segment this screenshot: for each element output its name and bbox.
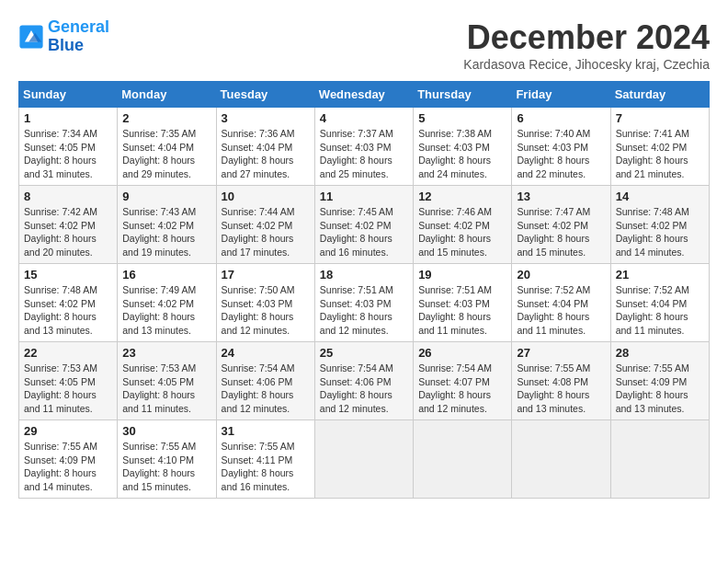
table-row: 20 Sunrise: 7:52 AMSunset: 4:04 PMDaylig… <box>512 264 610 342</box>
day-number: 14 <box>616 190 704 203</box>
table-row <box>414 420 512 499</box>
table-row: 12 Sunrise: 7:46 AMSunset: 4:02 PMDaylig… <box>414 186 512 264</box>
header-friday: Friday <box>512 82 610 108</box>
day-number: 6 <box>517 111 605 125</box>
title-block: December 2024 Kardasova Recice, Jihocesk… <box>463 18 710 72</box>
logo-text: GeneralBlue <box>48 18 109 55</box>
day-number: 31 <box>222 424 310 438</box>
day-info: Sunrise: 7:41 AMSunset: 4:02 PMDaylight:… <box>616 128 689 179</box>
table-row: 6 Sunrise: 7:40 AMSunset: 4:03 PMDayligh… <box>512 108 610 186</box>
day-number: 4 <box>320 111 408 125</box>
day-number: 24 <box>222 346 310 360</box>
day-number: 17 <box>222 268 310 282</box>
day-info: Sunrise: 7:45 AMSunset: 4:02 PMDaylight:… <box>320 206 393 258</box>
day-info: Sunrise: 7:34 AMSunset: 4:05 PMDaylight:… <box>24 128 97 179</box>
day-number: 25 <box>320 346 408 360</box>
day-info: Sunrise: 7:53 AMSunset: 4:05 PMDaylight:… <box>24 362 97 414</box>
table-row: 16 Sunrise: 7:49 AMSunset: 4:02 PMDaylig… <box>118 264 216 342</box>
table-row: 28 Sunrise: 7:55 AMSunset: 4:09 PMDaylig… <box>610 342 709 420</box>
day-info: Sunrise: 7:55 AMSunset: 4:08 PMDaylight:… <box>517 362 590 414</box>
day-number: 1 <box>24 111 112 125</box>
day-number: 5 <box>418 111 506 125</box>
day-number: 10 <box>222 190 310 203</box>
day-info: Sunrise: 7:55 AMSunset: 4:11 PMDaylight:… <box>222 441 295 492</box>
day-number: 8 <box>24 190 112 203</box>
day-info: Sunrise: 7:44 AMSunset: 4:02 PMDaylight:… <box>222 206 295 258</box>
table-row: 24 Sunrise: 7:54 AMSunset: 4:06 PMDaylig… <box>216 342 314 420</box>
calendar-table: Sunday Monday Tuesday Wednesday Thursday… <box>18 81 710 499</box>
day-info: Sunrise: 7:37 AMSunset: 4:03 PMDaylight:… <box>320 128 393 179</box>
day-info: Sunrise: 7:42 AMSunset: 4:02 PMDaylight:… <box>24 206 97 258</box>
header-monday: Monday <box>118 82 216 108</box>
day-number: 2 <box>122 111 210 125</box>
day-info: Sunrise: 7:48 AMSunset: 4:02 PMDaylight:… <box>24 284 97 336</box>
day-number: 15 <box>24 268 112 282</box>
day-info: Sunrise: 7:50 AMSunset: 4:03 PMDaylight:… <box>222 284 295 336</box>
table-row: 14 Sunrise: 7:48 AMSunset: 4:02 PMDaylig… <box>610 186 709 264</box>
table-row: 29 Sunrise: 7:55 AMSunset: 4:09 PMDaylig… <box>19 420 118 499</box>
table-row: 17 Sunrise: 7:50 AMSunset: 4:03 PMDaylig… <box>216 264 314 342</box>
table-row <box>512 420 610 499</box>
day-info: Sunrise: 7:55 AMSunset: 4:10 PMDaylight:… <box>122 441 196 492</box>
table-row: 25 Sunrise: 7:54 AMSunset: 4:06 PMDaylig… <box>314 342 413 420</box>
table-row: 8 Sunrise: 7:42 AMSunset: 4:02 PMDayligh… <box>19 186 118 264</box>
table-row <box>610 420 709 499</box>
calendar-week-row: 1 Sunrise: 7:34 AMSunset: 4:05 PMDayligh… <box>19 108 710 186</box>
day-number: 16 <box>122 268 210 282</box>
table-row: 9 Sunrise: 7:43 AMSunset: 4:02 PMDayligh… <box>118 186 216 264</box>
day-info: Sunrise: 7:46 AMSunset: 4:02 PMDaylight:… <box>418 206 492 258</box>
logo-icon <box>18 24 44 50</box>
table-row: 13 Sunrise: 7:47 AMSunset: 4:02 PMDaylig… <box>512 186 610 264</box>
calendar-week-row: 22 Sunrise: 7:53 AMSunset: 4:05 PMDaylig… <box>19 342 710 420</box>
month-year: December 2024 <box>463 18 710 57</box>
table-row: 4 Sunrise: 7:37 AMSunset: 4:03 PMDayligh… <box>314 108 413 186</box>
day-number: 9 <box>122 190 210 203</box>
table-row: 15 Sunrise: 7:48 AMSunset: 4:02 PMDaylig… <box>19 264 118 342</box>
table-row: 23 Sunrise: 7:53 AMSunset: 4:05 PMDaylig… <box>118 342 216 420</box>
calendar-week-row: 15 Sunrise: 7:48 AMSunset: 4:02 PMDaylig… <box>19 264 710 342</box>
day-number: 19 <box>418 268 506 282</box>
day-info: Sunrise: 7:51 AMSunset: 4:03 PMDaylight:… <box>418 284 492 336</box>
day-number: 23 <box>122 346 210 360</box>
table-row <box>314 420 413 499</box>
header-sunday: Sunday <box>19 82 118 108</box>
table-row: 30 Sunrise: 7:55 AMSunset: 4:10 PMDaylig… <box>118 420 216 499</box>
day-number: 28 <box>616 346 704 360</box>
day-number: 21 <box>616 268 704 282</box>
calendar-week-row: 29 Sunrise: 7:55 AMSunset: 4:09 PMDaylig… <box>19 420 710 499</box>
table-row: 27 Sunrise: 7:55 AMSunset: 4:08 PMDaylig… <box>512 342 610 420</box>
table-row: 1 Sunrise: 7:34 AMSunset: 4:05 PMDayligh… <box>19 108 118 186</box>
calendar-week-row: 8 Sunrise: 7:42 AMSunset: 4:02 PMDayligh… <box>19 186 710 264</box>
day-info: Sunrise: 7:35 AMSunset: 4:04 PMDaylight:… <box>122 128 196 179</box>
day-info: Sunrise: 7:52 AMSunset: 4:04 PMDaylight:… <box>517 284 590 336</box>
day-info: Sunrise: 7:54 AMSunset: 4:06 PMDaylight:… <box>320 362 393 414</box>
day-number: 27 <box>517 346 605 360</box>
day-info: Sunrise: 7:49 AMSunset: 4:02 PMDaylight:… <box>122 284 196 336</box>
header-saturday: Saturday <box>610 82 709 108</box>
day-info: Sunrise: 7:54 AMSunset: 4:07 PMDaylight:… <box>418 362 492 414</box>
day-number: 18 <box>320 268 408 282</box>
table-row: 26 Sunrise: 7:54 AMSunset: 4:07 PMDaylig… <box>414 342 512 420</box>
calendar-header-row: Sunday Monday Tuesday Wednesday Thursday… <box>19 82 710 108</box>
page-header: GeneralBlue December 2024 Kardasova Reci… <box>18 18 710 72</box>
day-info: Sunrise: 7:38 AMSunset: 4:03 PMDaylight:… <box>418 128 492 179</box>
table-row: 5 Sunrise: 7:38 AMSunset: 4:03 PMDayligh… <box>414 108 512 186</box>
day-number: 3 <box>222 111 310 125</box>
logo: GeneralBlue <box>18 18 109 55</box>
table-row: 19 Sunrise: 7:51 AMSunset: 4:03 PMDaylig… <box>414 264 512 342</box>
day-info: Sunrise: 7:55 AMSunset: 4:09 PMDaylight:… <box>616 362 689 414</box>
day-info: Sunrise: 7:48 AMSunset: 4:02 PMDaylight:… <box>616 206 689 258</box>
table-row: 10 Sunrise: 7:44 AMSunset: 4:02 PMDaylig… <box>216 186 314 264</box>
day-info: Sunrise: 7:54 AMSunset: 4:06 PMDaylight:… <box>222 362 295 414</box>
day-number: 13 <box>517 190 605 203</box>
day-info: Sunrise: 7:43 AMSunset: 4:02 PMDaylight:… <box>122 206 196 258</box>
day-info: Sunrise: 7:55 AMSunset: 4:09 PMDaylight:… <box>24 441 97 492</box>
day-number: 7 <box>616 111 704 125</box>
day-info: Sunrise: 7:52 AMSunset: 4:04 PMDaylight:… <box>616 284 689 336</box>
location: Kardasova Recice, Jihocesky kraj, Czechi… <box>463 57 710 72</box>
day-number: 12 <box>418 190 506 203</box>
header-wednesday: Wednesday <box>314 82 413 108</box>
day-number: 29 <box>24 424 112 438</box>
table-row: 22 Sunrise: 7:53 AMSunset: 4:05 PMDaylig… <box>19 342 118 420</box>
table-row: 2 Sunrise: 7:35 AMSunset: 4:04 PMDayligh… <box>118 108 216 186</box>
